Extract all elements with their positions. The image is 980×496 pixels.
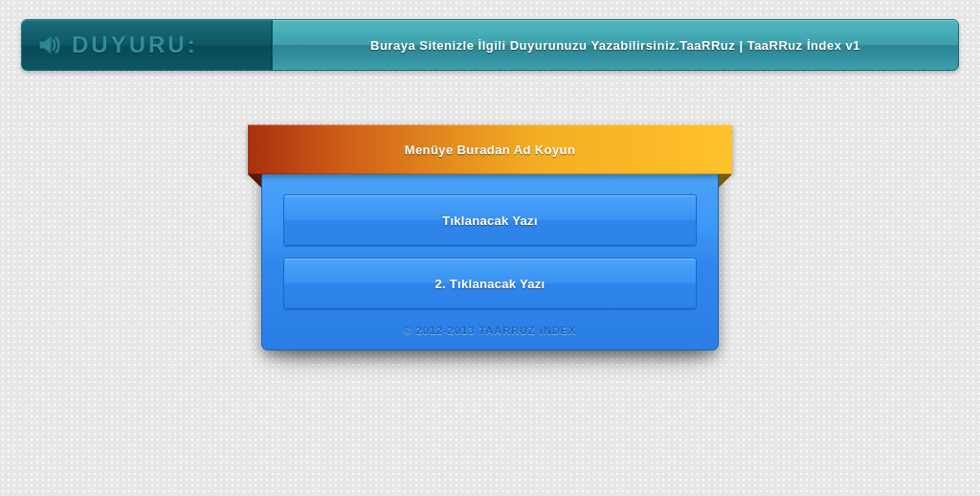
announcement-message: Buraya Sitenizle İlgili Duyurunuzu Yazab… — [273, 20, 958, 70]
stage: Menüye Buradan Ad Koyun Tıklanacak Yazı … — [0, 124, 980, 350]
announcement-label-box: Duyuru: — [22, 20, 273, 70]
menu-item-1[interactable]: Tıklanacak Yazı — [283, 194, 697, 246]
speaker-icon — [35, 32, 62, 58]
footer-text: © 2012-2013 TaaRRuz İndex — [283, 321, 697, 336]
menu-item-label: 2. Tıklanacak Yazı — [434, 277, 545, 291]
announcement-bar: Duyuru: Buraya Sitenizle İlgili Duyurunu… — [21, 19, 959, 71]
announcement-label: Duyuru: — [72, 32, 198, 58]
menu-title: Menüye Buradan Ad Koyun — [405, 143, 575, 157]
menu-card-wrap: Menüye Buradan Ad Koyun Tıklanacak Yazı … — [261, 124, 719, 350]
menu-title-ribbon: Menüye Buradan Ad Koyun — [248, 124, 732, 174]
menu-item-label: Tıklanacak Yazı — [442, 214, 538, 228]
menu-item-2[interactable]: 2. Tıklanacak Yazı — [283, 258, 697, 309]
